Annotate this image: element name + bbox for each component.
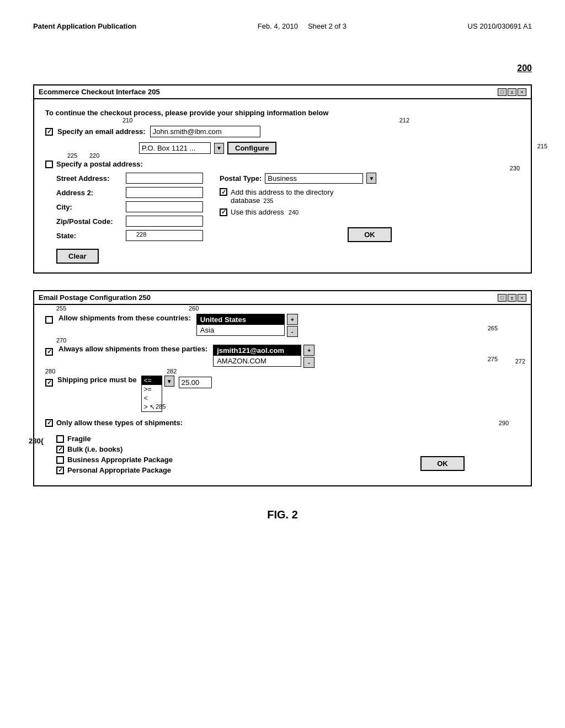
- country-item-us[interactable]: United States: [197, 314, 284, 325]
- only-allow-label: Only allow these types of shipments:: [56, 419, 183, 427]
- ecommerce-checkout-dialog: Ecommerce Checkout Interface 205 □ ± × T…: [33, 84, 532, 274]
- party-item-2[interactable]: AMAZON.COM: [214, 356, 301, 366]
- countries-remove-btn[interactable]: -: [287, 326, 298, 337]
- dialog2-minimize-btn[interactable]: □: [498, 294, 507, 302]
- shipping-price-checkbox[interactable]: [45, 379, 53, 387]
- always-allow-row: 270 275 Always allow shipments from thes…: [45, 345, 520, 368]
- po-box-input[interactable]: [139, 142, 211, 154]
- street-label: Street Address:: [56, 174, 122, 183]
- zip-input[interactable]: [126, 216, 203, 227]
- po-box-dropdown-btn[interactable]: ▼: [214, 143, 224, 154]
- use-address-row: Use this address 240: [220, 208, 520, 216]
- address-left-fields: Street Address: Address 2: City: Zip/Pos…: [56, 173, 203, 244]
- parties-remove-btn[interactable]: -: [303, 357, 315, 368]
- always-allow-checkbox[interactable]: [45, 348, 53, 356]
- fragile-label: Fragile: [67, 435, 91, 443]
- use-address-checkbox[interactable]: [220, 208, 227, 216]
- dialog1-close-btn[interactable]: ×: [518, 88, 526, 96]
- only-allow-checkbox[interactable]: [45, 419, 53, 427]
- dialog1-title-bar: Ecommerce Checkout Interface 205 □ ± ×: [34, 85, 531, 99]
- party-item-1[interactable]: jsmith121@aol.com: [214, 345, 301, 356]
- bulk-checkbox[interactable]: [56, 446, 64, 453]
- business-pkg-checkbox[interactable]: [56, 456, 64, 464]
- dialog1-minimize-btn[interactable]: □: [498, 88, 507, 96]
- country-item-asia[interactable]: Asia: [197, 325, 284, 335]
- state-label: State:: [56, 232, 122, 240]
- dialog2-ok-area: OK: [420, 431, 520, 477]
- parties-listbox-controls: + -: [303, 345, 315, 368]
- op-lt[interactable]: <: [142, 394, 162, 403]
- dialog1-ok-btn[interactable]: OK: [348, 227, 392, 242]
- ref-220: 220: [89, 152, 99, 159]
- configure-btn[interactable]: Configure: [227, 142, 276, 154]
- shipping-price-input[interactable]: [179, 377, 212, 388]
- business-pkg-label: Business Appropriate Package: [67, 456, 173, 464]
- add-directory-line1: Add this address to the directory: [231, 188, 333, 196]
- street-row: Street Address:: [56, 173, 203, 184]
- allow-countries-checkbox[interactable]: [45, 316, 53, 324]
- shipping-price-row: 280 282 285 Shipping price must be <= >=…: [45, 376, 520, 412]
- address2-input[interactable]: [126, 187, 203, 198]
- countries-listbox-area: United States Asia + -: [196, 314, 298, 337]
- countries-listbox[interactable]: United States Asia: [196, 314, 285, 336]
- header-publication-label: Patent Application Publication: [33, 22, 136, 30]
- allow-countries-checkbox-area: [45, 316, 53, 325]
- add-directory-text: Add this address to the directory databa…: [231, 188, 333, 205]
- dialog2-body: 260 265 Allow shipments from these count…: [34, 305, 531, 485]
- parties-add-btn[interactable]: +: [303, 345, 315, 356]
- fragile-checkbox[interactable]: [56, 435, 64, 443]
- ship-type-business: Business Appropriate Package: [56, 456, 173, 464]
- ref-215: 215: [537, 143, 547, 149]
- postal-type-input[interactable]: [265, 173, 363, 184]
- city-row: City:: [56, 201, 203, 212]
- postal-type-row: 230 Postal Type: ▼: [220, 173, 520, 184]
- always-allow-checkbox-area: [45, 347, 53, 356]
- postal-address-checkbox[interactable]: [45, 160, 53, 168]
- bulk-label: Bulk (i.e. books): [67, 445, 122, 453]
- clear-btn[interactable]: Clear: [56, 249, 99, 264]
- op-gte[interactable]: >=: [142, 385, 162, 394]
- parties-listbox-area: jsmith121@aol.com AMAZON.COM + -: [213, 345, 315, 368]
- ref-260: 260: [189, 305, 199, 312]
- countries-add-btn[interactable]: +: [287, 314, 298, 325]
- dialog2-restore-btn[interactable]: ±: [508, 294, 516, 302]
- ship-type-bulk: Bulk (i.e. books): [56, 445, 173, 453]
- ref-212: 212: [399, 117, 409, 124]
- op-lte[interactable]: <=: [142, 376, 162, 385]
- email-checkbox[interactable]: [45, 128, 53, 136]
- shipping-price-checkbox-area: [45, 378, 53, 387]
- clear-button-area: Clear: [56, 249, 520, 264]
- ref-285: 285: [156, 403, 166, 410]
- use-address-text: Use this address: [231, 208, 284, 216]
- parties-listbox[interactable]: jsmith121@aol.com AMAZON.COM: [213, 345, 301, 367]
- header-patent-number: US 2010/030691 A1: [468, 22, 532, 30]
- city-label: City:: [56, 203, 122, 211]
- dialog2-close-btn[interactable]: ×: [518, 294, 526, 302]
- figure-reference-200: 200: [33, 63, 532, 73]
- always-allow-label: Always allow shipments from these partie…: [58, 345, 207, 353]
- dialog2-ok-btn[interactable]: OK: [420, 456, 465, 471]
- ship-type-fragile: Fragile: [56, 435, 173, 443]
- ref-275: 275: [488, 356, 498, 362]
- zip-label: Zip/Postal Code:: [56, 217, 122, 226]
- add-directory-line2: database 235: [231, 196, 333, 205]
- dialog2-window-controls: □ ± ×: [498, 294, 526, 302]
- add-directory-row: Add this address to the directory databa…: [220, 188, 520, 205]
- ref-280-bracket: 280{: [29, 437, 44, 445]
- ref-240: 240: [289, 209, 299, 216]
- add-directory-checkbox[interactable]: [220, 188, 227, 196]
- dialog1-title: Ecommerce Checkout Interface 205: [39, 88, 160, 96]
- operator-dropdown-btn[interactable]: ▼: [164, 376, 174, 387]
- ok-button-area: OK: [220, 227, 520, 242]
- shipment-types-list: Fragile Bulk (i.e. books) Business Appro…: [56, 435, 173, 477]
- email-input[interactable]: [150, 126, 260, 137]
- allow-countries-row: 260 265 Allow shipments from these count…: [45, 314, 520, 337]
- city-input[interactable]: [126, 201, 203, 212]
- dialog1-restore-btn[interactable]: ±: [508, 88, 516, 96]
- ref-280-line: 280: [45, 368, 55, 374]
- street-input[interactable]: [126, 173, 203, 184]
- ref-282: 282: [167, 368, 177, 374]
- personal-pkg-checkbox[interactable]: [56, 467, 64, 474]
- postal-type-dropdown-btn[interactable]: ▼: [366, 173, 376, 184]
- ship-type-personal: Personal Appropriate Package: [56, 466, 173, 474]
